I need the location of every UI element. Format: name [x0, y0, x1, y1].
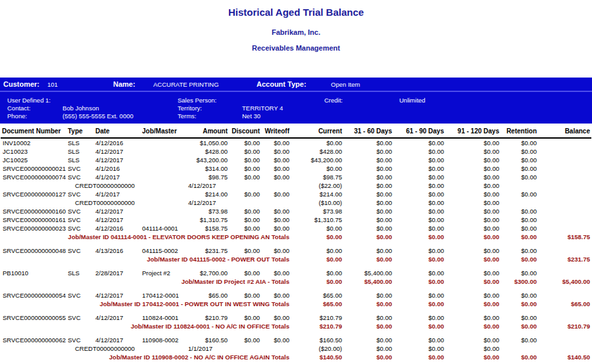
sales-person-label: Sales Person: — [178, 97, 216, 104]
cell: $0.00 — [393, 138, 445, 147]
cell: $0.00 — [291, 164, 343, 173]
document-row: SRVCE000000000160SVC4/12/2017$73.98$0.00… — [1, 207, 591, 216]
cell: $0.00 — [445, 173, 501, 181]
report-header: Historical Aged Trial Balance Fabrikam, … — [0, 7, 592, 52]
cell: 041115-0002 — [135, 246, 182, 255]
spacer-row — [1, 263, 591, 269]
cell: 4/12/2017 — [94, 291, 135, 300]
cell — [501, 198, 538, 207]
cell: $1,310.75 — [291, 216, 343, 224]
job-master-totals-row: Job/Master ID 041115-0002 - POWER OUT To… — [1, 255, 591, 263]
column-header: 91 - 120 Days — [445, 126, 501, 138]
cell: $0.00 — [445, 164, 501, 173]
company-name: Fabrikam, Inc. — [0, 28, 592, 36]
cell: $0.00 — [291, 138, 343, 147]
column-header: Writeoff — [261, 126, 291, 138]
totals-label-cell: Job/Master ID 110908-0002 - NO A/C IN OF… — [1, 353, 291, 361]
cell — [538, 181, 591, 190]
cell: $0.00 — [261, 207, 291, 216]
spacer-cell — [1, 286, 591, 291]
cell: $0.00 — [501, 291, 538, 300]
cell: $0.00 — [291, 246, 343, 255]
terms-value: Net 30 — [242, 112, 260, 120]
cell: $0.00 — [445, 291, 501, 300]
cell — [538, 269, 591, 277]
cell — [135, 173, 182, 181]
cell: 4/1/2017 — [94, 190, 135, 198]
cell: $0.00 — [261, 173, 291, 181]
credit-date-cell: 4/12/2017 — [182, 198, 229, 207]
cell — [135, 190, 182, 198]
cell: $0.00 — [393, 164, 445, 173]
cell: $0.00 — [445, 224, 501, 233]
document-row: SRVCE000000000074SVC4/1/2017$98.75$0.00$… — [1, 173, 591, 181]
cell: $0.00 — [393, 181, 445, 190]
cell: $0.00 — [261, 138, 291, 147]
totals-amount-cell: $0.00 — [501, 255, 538, 263]
phone-value: (555) 555-5555 Ext. 0000 — [62, 112, 134, 120]
totals-amount-cell: $0.00 — [291, 255, 343, 263]
cell: SVC — [66, 246, 94, 255]
document-number-cell: SRVCE000000000127 — [1, 190, 66, 198]
cell — [538, 246, 591, 255]
cell — [1, 198, 66, 207]
cell: $0.00 — [291, 269, 343, 277]
cell: Project #2 — [135, 269, 182, 277]
cell: $0.00 — [261, 156, 291, 164]
cell: $0.00 — [445, 190, 501, 198]
document-row: SRVCE000000000054SVC4/12/2017170412-0001… — [1, 291, 591, 300]
cell — [501, 344, 538, 353]
cell: $0.00 — [445, 198, 501, 207]
cell: SVC — [66, 313, 94, 322]
cell: 4/1/2017 — [94, 173, 135, 181]
job-master-totals-row: Job/Master ID 110908-0002 - NO A/C IN OF… — [1, 353, 591, 361]
cell: $0.00 — [261, 164, 291, 173]
cell: $0.00 — [445, 216, 501, 224]
cell: $214.00 — [291, 190, 343, 198]
column-header: 31 - 60 Days — [343, 126, 393, 138]
column-header: Document Number — [1, 126, 66, 138]
totals-label-cell: Job/Master ID 170412-0001 - POWER OUT IN… — [1, 300, 291, 308]
cell: $0.00 — [501, 156, 538, 164]
cell: $0.00 — [343, 147, 393, 156]
cell: SLS — [66, 147, 94, 156]
totals-label-cell: Job/Master ID Project #2 AIA - Totals — [1, 277, 291, 286]
cell: 4/12/2017 — [94, 336, 135, 344]
cell: 4/12/2017 — [94, 216, 135, 224]
cell: $0.00 — [229, 313, 261, 322]
contact-value: Bob Johnson — [62, 104, 99, 112]
cell: $5,400.00 — [343, 269, 393, 277]
cell: $98.75 — [182, 173, 229, 181]
document-row: SRVCE000000000048SVC4/13/2016041115-0002… — [1, 246, 591, 255]
cell — [538, 164, 591, 173]
module-name: Receivables Management — [0, 44, 592, 52]
user-defined-label: User Defined 1: — [7, 97, 51, 104]
column-header: Amount — [182, 126, 229, 138]
column-header: Retention — [501, 126, 538, 138]
totals-amount-cell: $0.00 — [445, 255, 501, 263]
spacer-cell — [1, 241, 591, 246]
cell: $0.00 — [393, 269, 445, 277]
cell — [261, 198, 291, 207]
cell: $0.00 — [229, 224, 261, 233]
cell: $43,200.00 — [182, 156, 229, 164]
cell: SVC — [66, 164, 94, 173]
document-number-cell: SRVCE000000000161 — [1, 216, 66, 224]
totals-amount-cell: $0.00 — [343, 353, 393, 361]
cell: $0.00 — [229, 207, 261, 216]
cell: 4/12/2016 — [94, 224, 135, 233]
cell: SVC — [66, 207, 94, 216]
totals-amount-cell: $65.00 — [291, 300, 343, 308]
document-row: SRVCE000000000127SVC4/1/2017$214.00$0.00… — [1, 190, 591, 198]
cell: SVC — [66, 216, 94, 224]
document-row: JC10025SLS4/12/2017$43,200.00$0.00$0.00$… — [1, 156, 591, 164]
cell — [135, 147, 182, 156]
cell — [538, 313, 591, 322]
cell — [229, 344, 261, 353]
cell: $160.50 — [291, 336, 343, 344]
cell: $0.00 — [501, 269, 538, 277]
cell — [538, 207, 591, 216]
cell — [538, 224, 591, 233]
job-master-totals-row: Job/Master ID Project #2 AIA - Totals$0.… — [1, 277, 591, 286]
cell — [538, 291, 591, 300]
